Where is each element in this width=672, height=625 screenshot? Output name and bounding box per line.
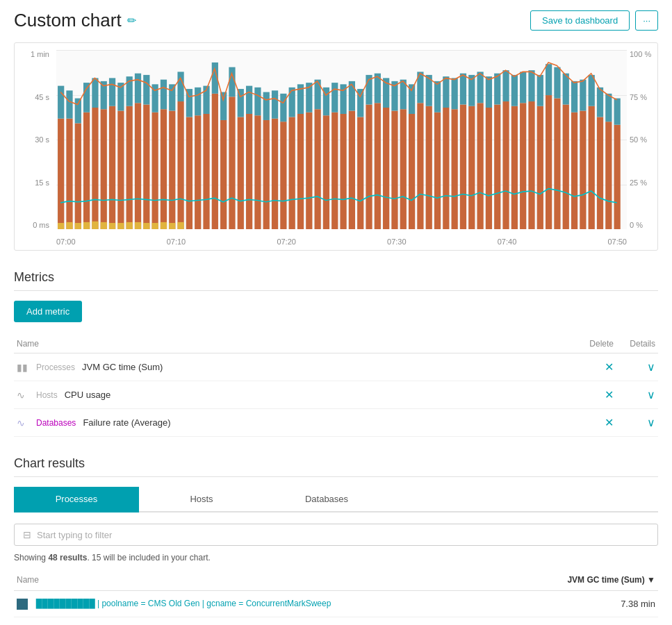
chart-area: 1 min 45 s 30 s 15 s 0 ms 100 % 75 % 50 …	[14, 42, 658, 251]
y-label-45s: 45 s	[35, 93, 49, 101]
delete-icon-2[interactable]: ✕	[605, 417, 614, 428]
svg-rect-16	[126, 106, 133, 229]
chart-results-section: Chart results Processes Hosts Databases …	[14, 456, 658, 617]
svg-rect-65	[331, 83, 338, 112]
y-label-0ms: 0 ms	[33, 221, 49, 229]
svg-rect-115	[546, 64, 552, 95]
svg-rect-127	[597, 88, 603, 117]
x-label-0710: 07:10	[167, 238, 186, 246]
edit-icon[interactable]: ✏	[127, 14, 136, 27]
svg-rect-32	[195, 115, 201, 229]
svg-rect-36	[212, 94, 218, 229]
tab-databases[interactable]: Databases	[264, 487, 389, 512]
col-header-details: Details	[616, 335, 658, 353]
svg-rect-137	[101, 222, 107, 229]
svg-rect-51	[272, 90, 278, 118]
svg-rect-130	[614, 125, 621, 229]
svg-rect-102	[494, 105, 500, 229]
svg-rect-145	[169, 223, 175, 229]
svg-rect-2	[66, 119, 72, 229]
metric-name-cpu: CPU usage	[65, 390, 110, 400]
chevron-down-icon-2[interactable]: ∨	[647, 417, 655, 428]
svg-rect-114	[546, 95, 552, 229]
svg-rect-86	[426, 106, 432, 229]
svg-rect-49	[263, 92, 270, 120]
svg-rect-88	[434, 112, 441, 229]
svg-rect-133	[66, 222, 72, 229]
svg-rect-106	[511, 106, 518, 229]
bar-chart-icon: ▮▮	[17, 362, 29, 373]
metric-row: ∿ Hosts CPU usage ✕ ∨	[14, 381, 658, 409]
svg-rect-5	[75, 99, 81, 124]
svg-rect-135	[83, 222, 90, 229]
metric-row-name: ▮▮ Processes JVM GC time (Sum)	[17, 362, 572, 373]
more-options-button[interactable]: ···	[635, 10, 658, 31]
svg-rect-8	[92, 108, 98, 229]
metrics-section: Metrics Add metric Name Delete Details ▮…	[14, 270, 658, 437]
y-right-100: 100 %	[630, 50, 651, 58]
chevron-down-icon-0[interactable]: ∨	[647, 361, 655, 373]
svg-rect-121	[571, 81, 577, 112]
y-label-15s: 15 s	[35, 178, 49, 187]
svg-rect-122	[580, 110, 586, 229]
result-row: ██████████ | poolname = CMS Old Gen | gc…	[14, 591, 658, 617]
x-label-0700: 07:00	[56, 238, 76, 246]
svg-rect-120	[571, 112, 577, 229]
svg-rect-12	[109, 106, 115, 229]
tab-hosts[interactable]: Hosts	[139, 487, 264, 512]
delete-icon-0[interactable]: ✕	[605, 361, 614, 373]
delete-icon-1[interactable]: ✕	[605, 389, 614, 401]
metric-row: ∿ Databases Failure rate (Average) ✕ ∨	[14, 409, 658, 437]
metric-row: ▮▮ Processes JVM GC time (Sum) ✕ ∨	[14, 353, 658, 381]
filter-placeholder: Start typing to filter	[37, 530, 112, 540]
svg-rect-29	[177, 72, 183, 101]
svg-rect-99	[477, 72, 483, 103]
chart-svg	[56, 50, 627, 229]
y-label-30s: 30 s	[35, 135, 49, 144]
result-name-link[interactable]: ██████████ | poolname = CMS Old Gen | gc…	[36, 599, 331, 608]
svg-rect-141	[135, 222, 141, 229]
svg-rect-30	[186, 117, 192, 229]
results-col-value[interactable]: JVM GC time (Sum) ▼	[512, 572, 658, 591]
add-metric-button[interactable]: Add metric	[14, 301, 82, 322]
metric-row-name: ∿ Hosts CPU usage	[17, 390, 572, 401]
save-to-dashboard-button[interactable]: Save to dashboard	[530, 10, 630, 31]
svg-rect-3	[66, 90, 72, 118]
svg-rect-76	[383, 108, 389, 229]
svg-rect-131	[614, 99, 621, 125]
svg-rect-43	[238, 89, 244, 117]
svg-rect-24	[161, 109, 167, 229]
line-chart-icon-2: ∿	[17, 417, 29, 428]
filter-row[interactable]: ⊟ Start typing to filter	[14, 524, 658, 546]
chevron-down-icon-1[interactable]: ∨	[647, 389, 655, 401]
svg-rect-62	[323, 115, 329, 229]
svg-rect-4	[75, 123, 81, 229]
svg-rect-136	[92, 222, 98, 229]
result-color-swatch	[17, 599, 28, 610]
svg-rect-128	[605, 122, 612, 229]
svg-rect-93	[452, 78, 458, 109]
svg-rect-139	[117, 223, 124, 229]
svg-rect-38	[220, 120, 227, 229]
svg-rect-138	[109, 223, 115, 229]
svg-rect-54	[289, 117, 295, 229]
svg-rect-26	[169, 110, 175, 229]
svg-rect-0	[58, 119, 64, 229]
svg-rect-104	[502, 101, 509, 229]
svg-rect-58	[306, 112, 312, 229]
svg-rect-46	[254, 115, 261, 229]
chart-results-title: Chart results	[14, 456, 658, 477]
svg-rect-140	[126, 222, 133, 229]
svg-rect-45	[246, 86, 252, 114]
svg-rect-14	[117, 110, 124, 229]
svg-rect-72	[366, 105, 372, 229]
svg-rect-82	[409, 114, 415, 229]
svg-rect-66	[340, 114, 346, 229]
tab-processes[interactable]: Processes	[14, 487, 139, 512]
svg-rect-143	[152, 223, 158, 229]
svg-rect-129	[605, 94, 612, 122]
svg-rect-118	[563, 105, 569, 229]
svg-rect-56	[297, 114, 304, 229]
svg-rect-98	[477, 103, 483, 229]
svg-rect-94	[460, 105, 466, 229]
